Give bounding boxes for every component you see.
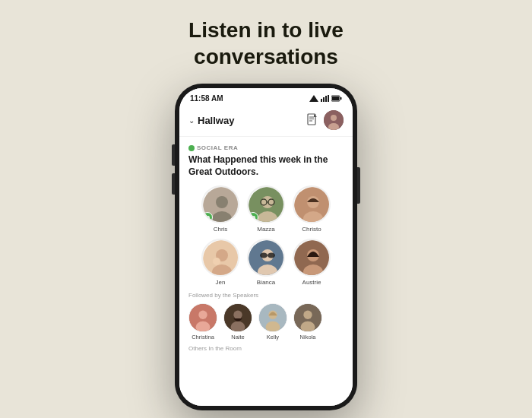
others-label: Others In the Room [188, 345, 344, 352]
svg-rect-2 [323, 97, 325, 102]
speaker-mazza[interactable]: Mazza [247, 185, 285, 233]
live-dot [188, 145, 195, 151]
speaker-bianca[interactable]: Bianca [247, 239, 285, 286]
nav-right [307, 110, 344, 130]
follower-name-nikola: Nikola [300, 334, 316, 340]
speaker-name-austrie: Austrie [302, 279, 321, 286]
svg-point-35 [260, 253, 268, 258]
page-headline: Listen in to live conversations [188, 17, 344, 70]
follower-nikola[interactable]: Nikola [293, 303, 322, 340]
speakers-row-1: Chris [188, 185, 344, 233]
nav-title: Hallway [198, 115, 234, 126]
wifi-icon [321, 95, 329, 102]
phone-screen: 11:58 AM [179, 88, 353, 406]
speaker-name-mazza: Mazza [257, 226, 275, 233]
room-content: SOCIAL ERA What Happened this week in th… [179, 137, 353, 406]
svg-rect-4 [328, 95, 329, 102]
svg-point-14 [331, 115, 337, 121]
speaker-chris[interactable]: Chris [201, 185, 239, 233]
speaker-avatar-bianca [247, 239, 285, 277]
svg-point-45 [233, 311, 242, 319]
status-time: 11:58 AM [190, 94, 223, 103]
follower-avatar-christina [188, 303, 217, 332]
speaker-christo[interactable]: Christo [293, 185, 331, 233]
room-label: SOCIAL ERA [188, 144, 344, 151]
speaker-name-chris: Chris [214, 226, 228, 233]
speaker-jen[interactable]: Jen [201, 239, 239, 286]
nav-bar: ⌄ Hallway [179, 106, 353, 137]
speaker-badge-chris [202, 212, 213, 223]
speaker-avatar-jen [201, 239, 239, 277]
followed-label: Followed by the Speakers [188, 292, 344, 299]
status-bar: 11:58 AM [179, 88, 353, 106]
user-avatar[interactable] [324, 110, 344, 130]
followers-row: Christina Naite [188, 303, 344, 340]
speaker-name-christo: Christo [302, 226, 321, 233]
speaker-avatar-austrie [293, 239, 331, 277]
room-title: What Happened this week in the Great Out… [188, 154, 344, 178]
room-label-text: SOCIAL ERA [197, 144, 238, 151]
svg-point-42 [198, 311, 207, 319]
svg-rect-1 [321, 99, 322, 102]
speaker-badge-mazza [248, 212, 258, 223]
signal-icon [309, 95, 318, 102]
svg-rect-7 [340, 97, 342, 100]
follower-kelly[interactable]: Kelly [258, 303, 287, 340]
follower-avatar-naite [223, 303, 252, 332]
headline-line2: conversations [194, 45, 338, 68]
follower-christina[interactable]: Christina [188, 303, 217, 340]
svg-point-51 [303, 311, 312, 319]
nav-left[interactable]: ⌄ Hallway [188, 115, 234, 126]
follower-avatar-kelly [258, 303, 287, 332]
back-chevron-icon[interactable]: ⌄ [188, 116, 195, 125]
svg-marker-0 [309, 95, 318, 102]
document-icon[interactable] [307, 113, 318, 128]
svg-point-36 [268, 253, 275, 258]
svg-point-17 [216, 196, 228, 208]
svg-point-31 [213, 258, 220, 265]
svg-rect-3 [325, 96, 327, 102]
follower-name-kelly: Kelly [267, 334, 279, 340]
speaker-austrie[interactable]: Austrie [293, 239, 331, 286]
phone-mockup: 11:58 AM [175, 84, 357, 410]
speaker-name-jen: Jen [216, 279, 226, 286]
follower-avatar-nikola [293, 303, 322, 332]
speakers-row-2: Jen Bianca [188, 239, 344, 286]
follower-name-christina: Christina [192, 334, 214, 340]
follower-name-naite: Naite [231, 334, 245, 340]
speaker-avatar-mazza [247, 185, 285, 223]
headline-line1: Listen in to live [188, 18, 344, 42]
speaker-name-bianca: Bianca [257, 279, 275, 286]
speaker-avatar-christo [293, 185, 331, 223]
status-icons [309, 95, 342, 102]
svg-rect-6 [332, 97, 339, 100]
speaker-avatar-chris [201, 185, 239, 223]
follower-naite[interactable]: Naite [223, 303, 252, 340]
battery-icon [331, 95, 342, 102]
